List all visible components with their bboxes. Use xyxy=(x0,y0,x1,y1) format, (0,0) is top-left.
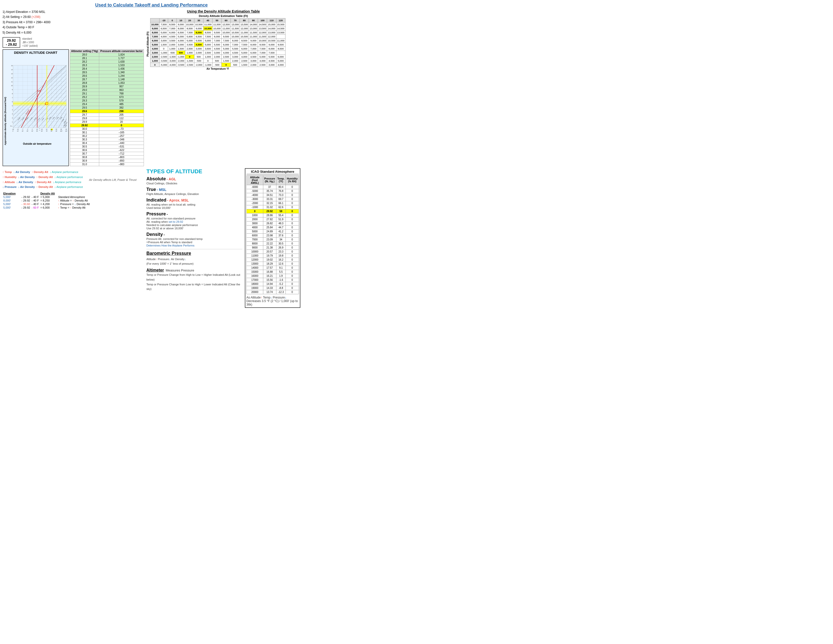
da-cell: 14,500 xyxy=(276,27,285,31)
icao-cell: 14000 xyxy=(247,266,263,270)
icao-cell: 19.02 xyxy=(263,258,276,262)
conv-table-row: 29.4485 xyxy=(70,102,144,106)
da-cell: 9,000 xyxy=(249,39,258,43)
elev2-label: ↑ Altitude = ↑ Density Alt xyxy=(56,199,91,202)
conv-table-row: 29.8112 xyxy=(70,116,144,120)
svg-text:8: 8 xyxy=(12,93,13,95)
icao-row: -60003780.40 xyxy=(247,185,299,189)
da-cell: 3,500 xyxy=(168,39,177,43)
icao-cell: 35.74 xyxy=(263,189,276,193)
ind-desc1: Alt. reading when set to local alt. sett… xyxy=(146,203,242,206)
icao-cell: 1000 xyxy=(247,213,263,217)
conv-setting: 28.0 xyxy=(70,53,99,56)
da-cell: 8,000 xyxy=(194,31,203,35)
perf-section: ↑ Temp ↓ Air Density ↑ Density Alt ↓ Air… xyxy=(3,170,144,190)
elev4: 5,000' xyxy=(3,206,21,209)
conv-table-row: 28.41,436 xyxy=(70,67,144,71)
icao-cell: 55.4 xyxy=(276,213,286,217)
da-cell: 11,500 xyxy=(249,31,258,35)
conv-table-row: 30.3–348 xyxy=(70,138,144,141)
baro-line1: Altitude↑ Pressure↓ Air Density↓ xyxy=(146,257,242,262)
right-split: TYPES OF ALTITUDE Absolute - AGL Cloud C… xyxy=(146,168,301,308)
svg-text:38°: 38° xyxy=(60,129,62,130)
da-cell: 4,500 xyxy=(231,51,240,55)
up-da1: ↑ Density Alt xyxy=(32,170,48,175)
da-cell: 13,500 xyxy=(258,27,267,31)
da-cell: 8,500 xyxy=(276,47,285,51)
da-cell: 8,000 xyxy=(231,39,240,43)
svg-text:-7°: -7° xyxy=(22,129,24,130)
da-cell: 11,000 xyxy=(249,35,258,39)
baro-section: Barometric Pressure Altitude↑ Pressure↓ … xyxy=(146,249,242,266)
icao-col4: Humidity(% RH) xyxy=(286,175,299,185)
svg-text:40°: 40° xyxy=(32,130,33,132)
icao-row: 700023.09340 xyxy=(247,237,299,242)
conv-table-row: 29.920 xyxy=(70,124,144,127)
icao-cell: 20.57 xyxy=(263,250,276,254)
da-row: 9,0006,5007,0008,0008,5009,00010,50010,0… xyxy=(150,27,286,31)
conv-factor: –440 xyxy=(99,141,144,145)
ind-suffix: - Aprox. MSL xyxy=(167,198,189,202)
icao-cell: 0 xyxy=(286,237,299,242)
conv-setting: 29.3 xyxy=(70,99,99,102)
da-cell: 7,000 xyxy=(249,47,258,51)
da-cell: 5,500 xyxy=(231,47,240,51)
svg-text:20°: 20° xyxy=(22,130,24,132)
elev3-sep2: - 40 F xyxy=(31,202,40,206)
icao-cell: -5000 xyxy=(247,189,263,193)
icao-cell: 19000 xyxy=(247,286,263,290)
icao-cell: 24.89 xyxy=(263,229,276,233)
svg-text:110°: 110° xyxy=(65,130,68,132)
da-cell: 10,500 xyxy=(194,23,203,27)
da-row: 1,000-3,500-3,000-2,000-1,500-50005001,5… xyxy=(150,59,286,63)
da-cell: 5,000 xyxy=(203,43,212,47)
baro-title: Barometric Pressure xyxy=(146,251,242,256)
icao-cell: 9000 xyxy=(247,245,263,250)
da-cell: 12,000 xyxy=(240,27,249,31)
down-perf4: ↓ Airplane performance xyxy=(55,185,83,190)
da-cell: 1,500 xyxy=(177,47,185,51)
da-cell: 7,000 xyxy=(212,39,222,43)
icao-cell: 7000 xyxy=(247,237,263,242)
elev1-sep2: - 40 F xyxy=(31,195,40,199)
da-col-20: 20 xyxy=(185,18,194,23)
elev3: 5,000' xyxy=(3,202,21,206)
icao-cell: 14.33 xyxy=(263,286,276,290)
true-name: True xyxy=(146,187,156,192)
icao-cell: 23.09 xyxy=(263,237,276,242)
conv-setting: 29.6 xyxy=(70,109,99,113)
chart-section: DENSITY ALTITUDE CHART Approximate densi… xyxy=(3,49,69,166)
da-cell: -500 xyxy=(212,63,222,67)
da-cell: 7,500 xyxy=(159,23,168,27)
da-cell: 4,500 xyxy=(249,55,258,59)
icao-row: -100031.0262.60 xyxy=(247,205,299,209)
true-suffix: - MSL xyxy=(157,188,166,192)
types-left: TYPES OF ALTITUDE Absolute - AGL Cloud C… xyxy=(146,168,242,308)
da-cell: 9,500 xyxy=(212,31,222,35)
svg-text:10°: 10° xyxy=(17,130,19,132)
icao-cell: 0 xyxy=(286,266,299,270)
conv-factor: 1,824 xyxy=(99,53,144,56)
as-alt-section: As Altitude↑ Temp↓ Pressure↓ Decreases 3… xyxy=(246,296,299,306)
icao-cell: 16.21 xyxy=(263,274,276,278)
press-desc4: Use 29.92 at or above 18,000' xyxy=(146,227,242,230)
alt-val1: 29.92 xyxy=(5,39,18,42)
icao-cell: 0 xyxy=(286,185,299,189)
icao-cell: 4000 xyxy=(247,225,263,229)
conv-table-row: 29.0863 xyxy=(70,88,144,92)
conv-col2-header: Pressure altitude conversion factor xyxy=(99,49,144,53)
da-cell: 2,000 xyxy=(231,59,240,63)
right-panel: Using the Density Altitude Estimation Ta… xyxy=(146,9,301,166)
icao-cell: 0 xyxy=(286,229,299,233)
icao-cell: 27.82 xyxy=(263,217,276,221)
da-cell: 13,500 xyxy=(276,31,285,35)
chart-svg: 14,000 13,000 12,000 11,000 10,000 9,000… xyxy=(7,56,68,142)
da-cell: 3,000 xyxy=(194,47,203,51)
down-air1: ↓ Air Density xyxy=(13,170,30,175)
conv-setting: 28.1 xyxy=(70,56,99,60)
alt-type-true: True - MSL Flight Altitude, Airspace Cei… xyxy=(146,187,242,195)
da-cell: 11,500 xyxy=(231,27,240,31)
icao-cell: 25.84 xyxy=(263,225,276,229)
da-cell: 10,500 xyxy=(231,31,240,35)
da-subtitle: Density Altitude Estimation Table (Ft) xyxy=(146,14,301,18)
